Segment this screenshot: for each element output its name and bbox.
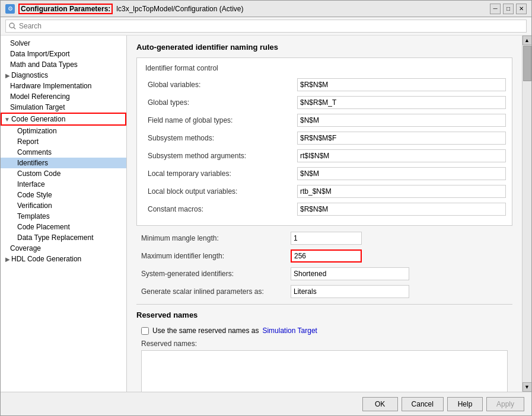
local-temp-vars-row: Local temporary variables: [143, 166, 506, 181]
section-title: Auto-generated identifier naming rules [136, 43, 512, 52]
subsystem-methods-row: Subsystem methods: [143, 130, 506, 146]
right-scrollbar: ▲ ▼ [522, 36, 531, 392]
field-name-label: Field name of global types: [143, 116, 297, 124]
sidebar-item-hardware-implementation[interactable]: Hardware Implementation [1, 81, 126, 91]
sidebar-item-templates[interactable]: Templates [1, 211, 126, 222]
footer: OK Cancel Help Apply [1, 392, 531, 415]
search-icon [9, 23, 16, 30]
help-button[interactable]: Help [447, 397, 483, 411]
sidebar-item-coverage[interactable]: Coverage [1, 243, 126, 254]
scroll-down-button[interactable]: ▼ [523, 382, 532, 392]
subsystem-method-args-label: Subsystem method arguments: [143, 152, 297, 160]
sidebar-item-model-referencing[interactable]: Model Referencing [1, 91, 126, 102]
main-window: ⚙ Configuration Parameters: lc3x_lpcTopM… [0, 0, 532, 416]
reserved-title: Reserved names [136, 311, 512, 319]
local-temp-vars-label: Local temporary variables: [143, 169, 297, 178]
checkbox-row: Use the same reserved names as Simulatio… [136, 324, 512, 337]
global-variables-label: Global variables: [143, 81, 297, 89]
scrollbar-track[interactable] [523, 45, 531, 382]
expand-icon-code-gen: ▼ [4, 116, 10, 123]
global-types-label: Global types: [143, 98, 297, 107]
ok-button[interactable]: OK [362, 397, 398, 411]
title-highlight: Configuration Parameters: [18, 4, 113, 14]
sidebar-item-code-style[interactable]: Code Style [1, 190, 126, 200]
search-input[interactable] [5, 20, 527, 33]
subsystem-methods-label: Subsystem methods: [143, 134, 297, 142]
identifier-format-box: Identifier format control Global variabl… [136, 57, 512, 226]
sidebar: Solver Data Import/Export Math and Data … [1, 36, 127, 392]
global-variables-input[interactable] [297, 78, 506, 91]
scalar-row: Generate scalar inlined parameters as: L… [136, 284, 512, 299]
title-bar: ⚙ Configuration Parameters: lc3x_lpcTopM… [1, 1, 531, 17]
title-rest: lc3x_lpcTopModel/Configuration (Active) [116, 5, 243, 13]
separator [136, 304, 512, 305]
sidebar-item-comments[interactable]: Comments [1, 147, 126, 158]
max-id-row: Maximum identifier length: [136, 248, 512, 264]
checkbox-label: Use the same reserved names as [152, 327, 259, 335]
global-types-row: Global types: [143, 95, 506, 110]
cancel-button[interactable]: Cancel [402, 397, 444, 411]
scroll-up-button[interactable]: ▲ [523, 36, 532, 45]
title-bar-left: ⚙ Configuration Parameters: lc3x_lpcTopM… [5, 4, 243, 14]
scalar-select[interactable]: Literals Macros [291, 285, 409, 298]
reserved-names-label: Reserved names: [136, 337, 512, 350]
sidebar-item-optimization[interactable]: Optimization [1, 126, 126, 136]
sys-gen-row: System-generated identifiers: Shortened … [136, 266, 512, 281]
sidebar-item-verification[interactable]: Verification [1, 200, 126, 211]
same-reserved-names-checkbox[interactable] [141, 327, 149, 335]
sidebar-item-interface[interactable]: Interface [1, 179, 126, 190]
local-block-output-row: Local block output variables: [143, 184, 506, 199]
sidebar-item-hdl-code-generation[interactable]: ▶ HDL Code Generation [1, 254, 126, 264]
simulation-target-link[interactable]: Simulation Target [262, 327, 317, 335]
close-button[interactable]: ✕ [516, 4, 527, 14]
constant-macros-row: Constant macros: [143, 201, 506, 217]
sidebar-item-data-import-export[interactable]: Data Import/Export [1, 49, 126, 59]
sidebar-item-diagnostics[interactable]: ▶ Diagnostics [1, 70, 126, 81]
panel-content: Auto-generated identifier naming rules I… [127, 36, 522, 392]
search-bar [1, 17, 531, 36]
right-panel: Auto-generated identifier naming rules I… [127, 36, 522, 392]
subsystem-method-args-row: Subsystem method arguments: [143, 148, 506, 164]
minimize-button[interactable]: ─ [490, 4, 501, 14]
main-content: Solver Data Import/Export Math and Data … [1, 36, 531, 392]
sidebar-item-data-type-replacement[interactable]: Data Type Replacement [1, 232, 126, 243]
local-block-output-label: Local block output variables: [143, 187, 297, 196]
global-variables-row: Global variables: [143, 77, 506, 92]
sidebar-item-simulation-target[interactable]: Simulation Target [1, 102, 126, 113]
reserved-section: Reserved names Use the same reserved nam… [136, 311, 512, 392]
sys-gen-select[interactable]: Shortened Classic [291, 267, 409, 280]
subsystem-methods-input[interactable] [297, 132, 506, 145]
max-id-input[interactable] [291, 249, 362, 263]
sidebar-item-solver[interactable]: Solver [1, 38, 126, 49]
sidebar-item-code-generation[interactable]: ▼ Code Generation [1, 113, 126, 126]
sidebar-item-custom-code[interactable]: Custom Code [1, 168, 126, 179]
max-id-label: Maximum identifier length: [136, 252, 291, 260]
field-name-input[interactable] [297, 114, 506, 127]
apply-button[interactable]: Apply [486, 397, 524, 411]
global-types-input[interactable] [297, 96, 506, 109]
maximize-button[interactable]: □ [503, 4, 514, 14]
expand-icon-hdl: ▶ [5, 256, 10, 263]
app-icon: ⚙ [5, 4, 15, 14]
svg-line-1 [14, 27, 15, 29]
mangle-length-row: Minimum mangle length: [136, 231, 512, 246]
sidebar-item-math-and-data-types[interactable]: Math and Data Types [1, 59, 126, 70]
scalar-label: Generate scalar inlined parameters as: [136, 287, 291, 296]
subsystem-method-args-input[interactable] [297, 149, 506, 162]
search-wrapper [5, 20, 527, 33]
constant-macros-input[interactable] [297, 203, 506, 216]
local-block-output-input[interactable] [297, 185, 506, 198]
mangle-length-label: Minimum mangle length: [136, 234, 291, 242]
sidebar-item-code-placement[interactable]: Code Placement [1, 222, 126, 232]
expand-icon: ▶ [5, 72, 10, 79]
subsection-title: Identifier format control [143, 64, 506, 72]
field-name-row: Field name of global types: [143, 113, 506, 128]
mangle-length-input[interactable] [291, 232, 362, 245]
sys-gen-label: System-generated identifiers: [136, 270, 291, 278]
scrollbar-thumb[interactable] [523, 46, 531, 81]
title-bar-controls: ─ □ ✕ [490, 4, 527, 14]
sidebar-item-identifiers[interactable]: Identifiers [1, 158, 126, 168]
reserved-names-textarea[interactable] [141, 350, 508, 392]
local-temp-vars-input[interactable] [297, 167, 506, 180]
sidebar-item-report[interactable]: Report [1, 136, 126, 147]
